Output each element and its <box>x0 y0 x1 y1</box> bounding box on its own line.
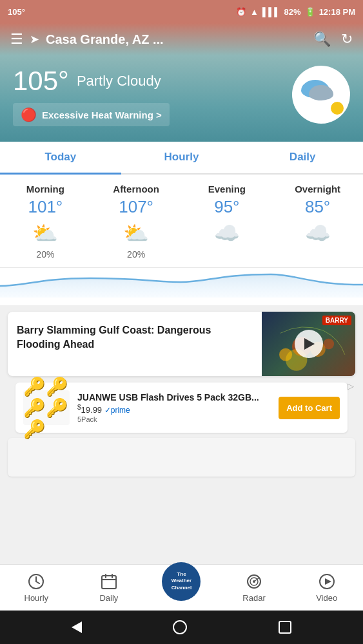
warning-icon: 🔴 <box>21 107 37 122</box>
alarm-icon: ⏰ <box>236 7 246 17</box>
price-amount: 19.99 <box>81 406 103 415</box>
main-temperature: 105° <box>13 66 69 97</box>
ad-product-image: 🔑🔑🔑🔑🔑 <box>23 390 70 425</box>
android-home-button[interactable] <box>173 620 187 634</box>
time-segments: Morning 101° ⛅ 20% Afternoon 107° ⛅ 20% … <box>0 175 363 305</box>
tab-hourly[interactable]: Hourly <box>121 142 242 173</box>
back-triangle-icon <box>72 621 82 633</box>
segment-morning-precip: 20% <box>3 249 88 260</box>
search-icon[interactable]: 🔍 <box>313 31 331 48</box>
segment-evening-icon: ☁️ <box>184 221 270 245</box>
refresh-icon[interactable]: ↻ <box>341 31 353 48</box>
segment-evening-label: Evening <box>184 184 270 194</box>
warning-text: Excessive Heat Warning > <box>42 109 162 120</box>
home-circle-icon <box>173 620 187 634</box>
news-headline: Barry Slamming Gulf Coast: Dangerous Flo… <box>8 312 262 376</box>
tab-today[interactable]: Today <box>0 142 121 175</box>
nav-video[interactable]: Video <box>290 565 363 611</box>
recents-square-icon <box>279 621 291 634</box>
bottom-nav: Hourly Daily TheWeatherChannel Radar <box>0 564 363 611</box>
nav-radar[interactable]: Radar <box>218 565 291 611</box>
svg-line-7 <box>36 582 39 583</box>
add-to-cart-button[interactable]: Add to Cart <box>279 397 340 419</box>
ad-text: JUANWE USB Flash Drives 5 Pack 32GB... $… <box>77 392 271 422</box>
heat-warning[interactable]: 🔴 Excessive Heat Warning > <box>13 103 170 126</box>
segment-morning: Morning 101° ⛅ 20% <box>0 175 91 267</box>
nav-radar-label: Radar <box>242 593 265 603</box>
weather-main: 105° Partly Cloudy 🔴 Excessive Heat Warn… <box>13 66 170 126</box>
weather-graphic <box>292 66 350 124</box>
segment-afternoon-icon: ⛅ <box>93 221 179 245</box>
ad-container: ▷ 🔑🔑🔑🔑🔑 JUANWE USB Flash Drives 5 Pack 3… <box>8 383 355 433</box>
play-triangle-icon <box>304 338 315 350</box>
news-card[interactable]: Barry Slamming Gulf Coast: Dangerous Flo… <box>8 312 355 376</box>
nav-daily-label: Daily <box>99 593 118 603</box>
segment-morning-temp: 101° <box>3 197 88 217</box>
android-recents-button[interactable] <box>279 621 291 634</box>
status-temp: 105° <box>8 7 25 17</box>
nav-hourly-label: Hourly <box>25 593 49 603</box>
header: ☰ ➤ Casa Grande, AZ ... 🔍 ↻ <box>0 23 363 55</box>
status-right: ⏰ ▲ ▌▌▌ 82% 🔋 12:18 PM <box>236 7 355 17</box>
location-text: Casa Grande, AZ ... <box>46 32 164 47</box>
location-arrow-icon: ➤ <box>30 32 39 46</box>
main-condition: Partly Cloudy <box>77 73 161 90</box>
ad-close-icon[interactable]: ▷ <box>348 381 354 391</box>
hourly-preview-strip <box>8 438 355 477</box>
segment-morning-label: Morning <box>3 184 88 194</box>
svg-marker-17 <box>325 578 331 585</box>
status-bar: 105° ⏰ ▲ ▌▌▌ 82% 🔋 12:18 PM <box>0 0 363 23</box>
radar-icon <box>245 573 263 591</box>
menu-button[interactable]: ☰ <box>10 31 23 48</box>
segment-overnight-icon: ☁️ <box>275 221 360 245</box>
svg-point-4 <box>323 339 334 350</box>
nav-video-label: Video <box>316 593 337 603</box>
twc-label: TheWeatherChannel <box>172 571 192 591</box>
nav-hourly[interactable]: Hourly <box>0 565 73 611</box>
segment-afternoon-precip: 20% <box>93 249 179 260</box>
wifi-icon: ▲ <box>250 7 259 17</box>
segment-afternoon: Afternoon 107° ⛅ 20% <box>91 175 182 267</box>
ad-price: $19.99 ✓prime <box>77 404 271 415</box>
segment-overnight: Overnight 85° ☁️ <box>272 175 363 267</box>
twc-logo[interactable]: TheWeatherChannel <box>162 562 201 601</box>
segment-evening-temp: 95° <box>184 197 270 217</box>
battery-pct: 82% <box>284 7 301 17</box>
tab-daily[interactable]: Daily <box>242 142 363 173</box>
header-right: 🔍 ↻ <box>313 31 353 48</box>
cloud-gray-shape <box>309 85 333 100</box>
weather-hero: 105° Partly Cloudy 🔴 Excessive Heat Warn… <box>0 55 363 142</box>
play-button[interactable] <box>295 330 323 358</box>
temperature-wave <box>0 268 363 305</box>
segment-overnight-temp: 85° <box>275 197 360 217</box>
news-thumbnail[interactable]: BARRY <box>262 312 355 376</box>
segment-afternoon-temp: 107° <box>93 197 179 217</box>
ad-banner: 🔑🔑🔑🔑🔑 JUANWE USB Flash Drives 5 Pack 32G… <box>15 383 348 433</box>
tabs-bar: Today Hourly Daily <box>0 142 363 175</box>
ad-brand: 5Pack <box>77 415 271 423</box>
segment-row: Morning 101° ⛅ 20% Afternoon 107° ⛅ 20% … <box>0 175 363 268</box>
temp-condition: 105° Partly Cloudy <box>13 66 170 97</box>
nav-daily[interactable]: Daily <box>73 565 146 611</box>
barry-label: BARRY <box>322 316 351 325</box>
svg-rect-8 <box>102 576 116 589</box>
signal-icon: ▌▌▌ <box>262 7 280 17</box>
nav-twc-center[interactable]: TheWeatherChannel <box>145 575 218 601</box>
prime-label: ✓prime <box>104 406 130 415</box>
header-left: ☰ ➤ Casa Grande, AZ ... <box>10 31 164 48</box>
clock: 12:18 PM <box>319 7 355 17</box>
battery-icon: 🔋 <box>305 7 315 17</box>
segment-overnight-label: Overnight <box>275 184 360 194</box>
segment-morning-icon: ⛅ <box>3 221 88 245</box>
segment-afternoon-label: Afternoon <box>93 184 179 194</box>
segment-evening: Evening 95° ☁️ <box>182 175 273 267</box>
ad-title: JUANWE USB Flash Drives 5 Pack 32GB... <box>77 392 271 402</box>
video-icon <box>318 573 336 591</box>
calendar-icon <box>100 573 118 591</box>
android-nav-bar <box>0 611 363 644</box>
keys-icon: 🔑🔑🔑🔑🔑 <box>23 376 70 440</box>
sun-dot-shape <box>331 102 344 115</box>
android-back-button[interactable] <box>72 621 82 633</box>
clock-icon <box>27 573 45 591</box>
